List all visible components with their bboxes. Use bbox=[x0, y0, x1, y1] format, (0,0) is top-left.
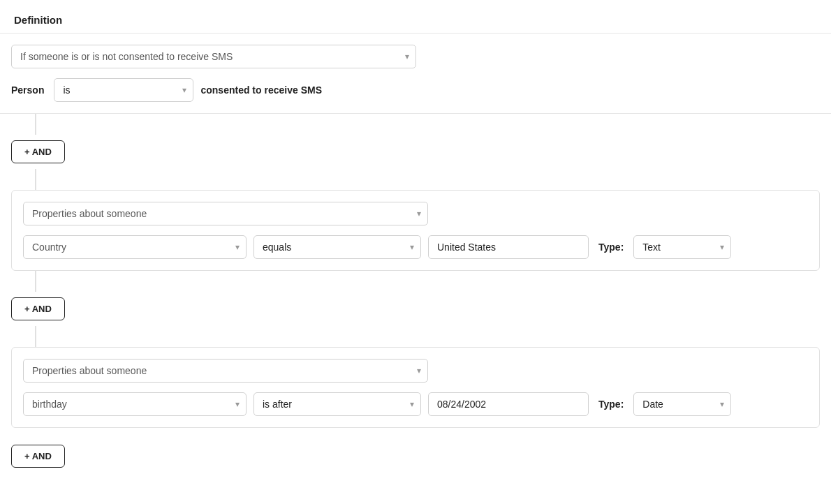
and-button-row-2: + AND bbox=[0, 292, 831, 326]
person-label: Person bbox=[11, 84, 44, 96]
connector-3 bbox=[0, 271, 831, 292]
connector-2 bbox=[0, 169, 831, 190]
sms-top-dropdown-wrapper[interactable]: If someone is or is not consented to rec… bbox=[11, 45, 416, 68]
person-row: Person is ▾ consented to receive SMS bbox=[11, 78, 820, 102]
birthday-condition-row: birthday ▾ is after ▾ Type: Date ▾ bbox=[23, 392, 808, 416]
is-dropdown-wrapper[interactable]: is ▾ bbox=[54, 78, 193, 102]
birthday-type-wrapper[interactable]: Date ▾ bbox=[633, 392, 731, 416]
definition-title: Definition bbox=[0, 14, 831, 34]
connector-1 bbox=[0, 114, 831, 135]
country-field-dropdown[interactable]: Country bbox=[23, 235, 247, 259]
country-operator-wrapper[interactable]: equals ▾ bbox=[253, 235, 421, 259]
properties-dropdown-2-wrapper[interactable]: Properties about someone ▾ bbox=[23, 202, 428, 225]
and-button-row-1: + AND bbox=[0, 135, 831, 169]
country-condition-block: Properties about someone ▾ Country ▾ equ… bbox=[11, 190, 820, 271]
birthday-type-dropdown[interactable]: Date bbox=[633, 392, 731, 416]
country-value-input[interactable] bbox=[428, 235, 589, 259]
birthday-operator-dropdown[interactable]: is after bbox=[253, 392, 421, 416]
birthday-operator-wrapper[interactable]: is after ▾ bbox=[253, 392, 421, 416]
and-button-3[interactable]: + AND bbox=[11, 445, 65, 468]
country-field-wrapper[interactable]: Country ▾ bbox=[23, 235, 247, 259]
birthday-field-wrapper[interactable]: birthday ▾ bbox=[23, 392, 247, 416]
and-button-1[interactable]: + AND bbox=[11, 140, 65, 163]
country-condition-row: Country ▾ equals ▾ Type: Text ▾ bbox=[23, 235, 808, 259]
birthday-field-dropdown[interactable]: birthday bbox=[23, 392, 247, 416]
birthday-value-input[interactable] bbox=[428, 392, 589, 416]
and-button-row-3: + AND bbox=[0, 439, 831, 473]
properties-dropdown-2[interactable]: Properties about someone bbox=[23, 202, 428, 225]
sms-top-dropdown[interactable]: If someone is or is not consented to rec… bbox=[11, 45, 416, 68]
properties-dropdown-3[interactable]: Properties about someone bbox=[23, 359, 428, 383]
properties-dropdown-3-wrapper[interactable]: Properties about someone ▾ bbox=[23, 359, 428, 383]
sms-consent-block: If someone is or is not consented to rec… bbox=[0, 34, 831, 114]
and-button-2[interactable]: + AND bbox=[11, 297, 65, 320]
consented-text: consented to receive SMS bbox=[200, 84, 322, 96]
country-operator-dropdown[interactable]: equals bbox=[253, 235, 421, 259]
birthday-type-label: Type: bbox=[598, 399, 624, 410]
country-type-wrapper[interactable]: Text ▾ bbox=[633, 235, 731, 259]
country-type-label: Type: bbox=[598, 242, 624, 253]
birthday-condition-block: Properties about someone ▾ birthday ▾ is… bbox=[11, 347, 820, 428]
is-dropdown[interactable]: is bbox=[54, 78, 193, 102]
country-type-dropdown[interactable]: Text bbox=[633, 235, 731, 259]
connector-4 bbox=[0, 326, 831, 347]
